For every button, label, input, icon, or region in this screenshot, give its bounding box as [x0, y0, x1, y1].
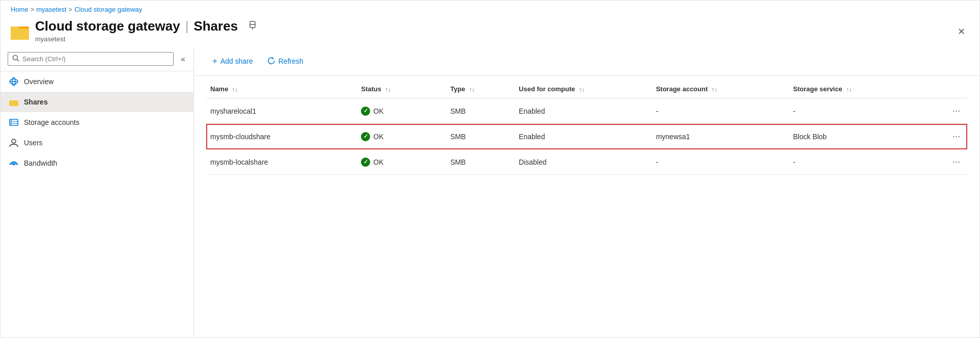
svg-point-6 [13, 56, 18, 60]
table-container: Name ↑↓ Status ↑↓ Type ↑↓ [194, 76, 979, 337]
cell-actions-2: ··· [926, 124, 967, 149]
add-share-label: Add share [220, 57, 253, 65]
sidebar-item-bandwidth[interactable]: Bandwidth [1, 153, 193, 173]
storage-accounts-label: Storage accounts [24, 118, 79, 126]
cell-actions-3: ··· [926, 149, 967, 175]
header-title: Cloud storage gateway | Shares [35, 18, 257, 34]
cell-type-2: SMB [446, 124, 515, 149]
search-icon [12, 55, 19, 63]
col-header-type[interactable]: Type ↑↓ [446, 80, 515, 98]
sort-icon-type: ↑↓ [469, 86, 474, 92]
overview-label: Overview [24, 77, 53, 86]
bandwidth-icon [9, 158, 19, 168]
resource-icon [11, 21, 29, 40]
title-divider: | [185, 18, 189, 34]
pin-icon[interactable] [248, 21, 257, 32]
content-area: + Add share Refresh [194, 47, 979, 337]
cell-compute-1: Enabled [515, 98, 652, 124]
col-header-name[interactable]: Name ↑↓ [206, 80, 357, 98]
cell-name-1: mysharelocal1 [206, 98, 357, 124]
breadcrumb-sep2: > [69, 6, 73, 13]
cell-status-2: OK [357, 124, 446, 149]
sort-icon-storage-service: ↑↓ [846, 86, 852, 92]
refresh-label: Refresh [278, 57, 303, 65]
row-actions-button-2[interactable]: ··· [949, 130, 963, 143]
col-header-storage-service[interactable]: Storage service ↑↓ [789, 80, 926, 98]
add-icon: + [212, 56, 217, 66]
shares-icon [9, 97, 19, 107]
sidebar: « Overview [1, 47, 194, 337]
header-title-block: Cloud storage gateway | Shares myasetest [35, 18, 257, 43]
refresh-button[interactable]: Refresh [261, 54, 310, 69]
breadcrumb-sep1: > [31, 6, 35, 13]
refresh-icon [267, 57, 275, 66]
breadcrumb-home[interactable]: Home [11, 6, 29, 13]
svg-point-16 [11, 120, 12, 121]
cell-type-3: SMB [446, 149, 515, 175]
storage-accounts-icon [9, 117, 19, 127]
sidebar-nav: Overview Shares [1, 71, 193, 173]
cell-storage-account-2: mynewsa1 [652, 124, 789, 149]
svg-point-19 [12, 139, 16, 143]
status-text-2: OK [373, 133, 383, 141]
sort-icon-name: ↑↓ [232, 86, 238, 92]
cell-status-1: OK [357, 98, 446, 124]
header-subtitle: myasetest [35, 35, 257, 43]
cell-storage-service-3: - [789, 149, 926, 175]
status-text-3: OK [373, 158, 383, 166]
status-text-1: OK [373, 107, 383, 115]
col-header-compute[interactable]: Used for compute ↑↓ [515, 80, 652, 98]
col-header-status[interactable]: Status ↑↓ [357, 80, 446, 98]
status-ok-icon-3 [361, 158, 370, 167]
breadcrumb-current[interactable]: Cloud storage gateway [74, 6, 142, 13]
cell-compute-3: Disabled [515, 149, 652, 175]
sort-icon-storage-account: ↑↓ [712, 86, 717, 92]
search-bar: « [1, 47, 193, 71]
resource-name: Cloud storage gateway [35, 18, 180, 34]
status-ok-icon-2 [361, 132, 370, 141]
table-row[interactable]: mysmb-cloudshare OK SMB Enabled mynewsa1… [206, 124, 967, 149]
page-header: Cloud storage gateway | Shares myasetest… [1, 16, 979, 47]
cell-storage-account-1: - [652, 98, 789, 124]
table-row[interactable]: mysmb-localshare OK SMB Disabled - - [206, 149, 967, 175]
collapse-sidebar-button[interactable]: « [178, 53, 188, 66]
sidebar-item-overview[interactable]: Overview [1, 71, 193, 92]
cell-storage-service-2: Block Blob [789, 124, 926, 149]
cell-name-2: mysmb-cloudshare [206, 124, 357, 149]
sidebar-item-storage-accounts[interactable]: Storage accounts [1, 112, 193, 133]
cell-name-3: mysmb-localshare [206, 149, 357, 175]
col-header-storage-account[interactable]: Storage account ↑↓ [652, 80, 789, 98]
add-share-button[interactable]: + Add share [206, 53, 259, 69]
cell-compute-2: Enabled [515, 124, 652, 149]
users-icon [9, 138, 19, 148]
sidebar-item-shares[interactable]: Shares [1, 92, 193, 112]
col-header-actions [926, 80, 967, 98]
cell-status-3: OK [357, 149, 446, 175]
sort-icon-compute: ↑↓ [579, 86, 584, 92]
search-input-wrapper[interactable] [8, 52, 174, 66]
status-ok-icon-1 [361, 107, 370, 116]
cell-storage-service-1: - [789, 98, 926, 124]
svg-line-7 [17, 60, 19, 62]
close-button[interactable]: ✕ [956, 24, 967, 39]
search-input[interactable] [22, 55, 169, 63]
svg-rect-2 [11, 29, 29, 40]
row-actions-button-1[interactable]: ··· [949, 105, 963, 117]
breadcrumb: Home > myasetest > Cloud storage gateway [1, 1, 979, 16]
cell-type-1: SMB [446, 98, 515, 124]
users-label: Users [24, 139, 43, 147]
svg-point-18 [11, 124, 12, 125]
shares-table: Name ↑↓ Status ↑↓ Type ↑↓ [206, 80, 967, 175]
svg-point-17 [11, 122, 12, 123]
cell-actions-1: ··· [926, 98, 967, 124]
table-row[interactable]: mysharelocal1 OK SMB Enabled - - [206, 98, 967, 124]
overview-icon [9, 76, 19, 87]
svg-point-20 [13, 164, 15, 166]
bandwidth-label: Bandwidth [24, 159, 57, 167]
shares-label: Shares [24, 98, 48, 106]
toolbar: + Add share Refresh [194, 47, 979, 76]
breadcrumb-myasetest[interactable]: myasetest [36, 6, 66, 13]
cell-storage-account-3: - [652, 149, 789, 175]
row-actions-button-3[interactable]: ··· [949, 155, 963, 168]
sidebar-item-users[interactable]: Users [1, 133, 193, 153]
